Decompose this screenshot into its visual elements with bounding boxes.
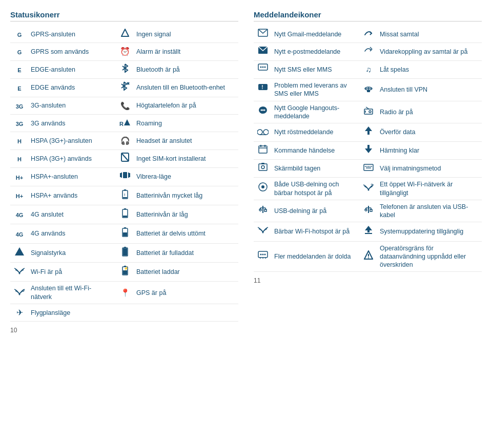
- status-icon2-14: 📍: [116, 282, 134, 304]
- msg-label-2: Nytt SMS eller MMS: [272, 60, 359, 78]
- status-icon-5: 3G: [10, 114, 29, 132]
- svg-point-34: [19, 293, 20, 295]
- table-row: Nytt Google Hangouts-meddelande Radio är…: [254, 101, 482, 123]
- svg-rect-16: [124, 189, 126, 190]
- status-label-11: 4G används: [29, 224, 116, 243]
- svg-rect-95: [370, 209, 372, 211]
- msg-icon2-8: ?: [359, 178, 378, 200]
- svg-rect-64: [259, 146, 267, 153]
- msg-label-3: Problem med leverans av SMS eller MMS: [272, 79, 359, 101]
- status-label-8: HSPA+-ansluten: [29, 168, 116, 186]
- svg-text:!: !: [124, 193, 125, 197]
- svg-rect-24: [123, 232, 127, 236]
- message-icons-table: Nytt Gmail-meddelande Missat samtal Nytt…: [254, 26, 482, 272]
- table-row: Både USB-delning och bärbar hotspot är p…: [254, 178, 482, 200]
- status-icon-4: 3G: [10, 97, 29, 114]
- msg-icon-10: [254, 222, 272, 241]
- svg-text:⚡: ⚡: [124, 266, 128, 271]
- table-row: Nytt e-postmeddelande Vidarekoppling av …: [254, 43, 482, 60]
- svg-point-103: [264, 254, 266, 255]
- status-icon2-12: [116, 243, 134, 262]
- msg-label2-2: Låt spelas: [378, 60, 482, 78]
- page: Statusikonerr G GPRS-ansluten Ingen sign…: [10, 10, 482, 334]
- msg-label2-7: Välj inmatningsmetod: [378, 159, 482, 177]
- msg-icon2-4: [359, 101, 378, 123]
- table-row: E EDGE används Ansluten till en Bluetoot…: [10, 79, 238, 97]
- svg-rect-21: [123, 216, 127, 217]
- table-row: H+ HSPA+-ansluten Vibrera-läge: [10, 168, 238, 186]
- svg-point-54: [264, 109, 265, 111]
- msg-icon-7: [254, 159, 272, 177]
- status-icon-14: ?: [10, 282, 29, 304]
- msg-label2-0: Missat samtal: [378, 26, 482, 43]
- svg-point-41: [260, 66, 262, 68]
- status-icon2-7: [116, 150, 134, 167]
- msg-icon-0: [254, 26, 272, 43]
- message-icons-title: Meddelandeikoner: [254, 10, 482, 22]
- status-label-10: 4G anslutet: [29, 205, 116, 224]
- status-label2-0: Ingen signal: [134, 26, 238, 43]
- table-row: H HSPA (3G+)-ansluten 🎧 Headset är anslu…: [10, 132, 238, 150]
- status-icon-15: ✈: [10, 304, 29, 321]
- table-row: H+ HSPA+ används ! Batterinivån mycket l…: [10, 186, 238, 205]
- msg-icon2-5: [359, 123, 378, 141]
- svg-point-60: [263, 130, 269, 135]
- msg-icon2-10: [359, 222, 378, 241]
- msg-icon2-2: ♫: [359, 60, 378, 78]
- svg-rect-49: [367, 90, 370, 92]
- status-label2-7: Inget SIM-kort installerat: [134, 150, 238, 167]
- svg-text:?: ?: [371, 183, 373, 187]
- svg-rect-28: [123, 248, 127, 255]
- status-icon2-8: [116, 168, 134, 186]
- table-row: ? Ansluten till ett Wi-Fi-nätverk 📍 GPS …: [10, 282, 238, 304]
- svg-point-81: [261, 185, 264, 188]
- svg-rect-27: [124, 247, 126, 248]
- msg-icon2-11: [359, 241, 378, 272]
- table-row: Wi-Fi är på ⚡ Batteriet laddar: [10, 263, 238, 282]
- svg-marker-7: [124, 119, 130, 125]
- status-label2-11: Batteriet är delvis uttömt: [134, 224, 238, 243]
- status-label-6: HSPA (3G+)-ansluten: [29, 132, 116, 150]
- table-row: Bärbar Wi-Fi-hotspot är på Systemuppdate…: [254, 222, 482, 241]
- status-icon-12: [10, 243, 29, 262]
- msg-label-10: Bärbar Wi-Fi-hotspot är på: [272, 222, 359, 241]
- status-label-13: Wi-Fi är på: [29, 263, 116, 282]
- status-icon-2: E: [10, 60, 29, 78]
- status-icon-1: G: [10, 43, 29, 60]
- status-label-3: EDGE används: [29, 79, 116, 97]
- svg-line-9: [121, 153, 129, 161]
- table-row: Nytt Gmail-meddelande Missat samtal: [254, 26, 482, 43]
- status-label-7: HSPA (3G+) används: [29, 150, 116, 167]
- svg-marker-97: [365, 226, 372, 230]
- svg-marker-68: [365, 148, 372, 153]
- message-icons-section: Meddelandeikoner Nytt Gmail-meddelande M…: [254, 10, 482, 334]
- status-icon2-5: R: [116, 114, 134, 132]
- status-label-2: EDGE-ansluten: [29, 60, 116, 78]
- status-label2-6: Headset är anslutet: [134, 132, 238, 150]
- status-icon-8: H+: [10, 168, 29, 186]
- msg-label-11: Fler meddelanden är dolda: [272, 241, 359, 272]
- svg-point-42: [262, 66, 264, 68]
- status-icon2-2: [116, 60, 134, 78]
- table-row: 4G 4G används Batteriet är delvis uttömt: [10, 224, 238, 243]
- status-label-5: 3G används: [29, 114, 116, 132]
- status-label2-12: Batteriet är fulladdat: [134, 243, 238, 262]
- table-row: G GPRS-ansluten Ingen signal: [10, 26, 238, 43]
- status-label-1: GPRS som används: [29, 43, 116, 60]
- status-icons-section: Statusikonerr G GPRS-ansluten Ingen sign…: [10, 10, 238, 334]
- svg-rect-89: [264, 209, 266, 211]
- msg-icon-9: [254, 200, 272, 222]
- status-label2-2: Bluetooth är på: [134, 60, 238, 78]
- status-label2-3: Ansluten till en Bluetooth-enhet: [134, 79, 238, 97]
- msg-label2-10: Systemuppdatering tillgänglig: [378, 222, 482, 241]
- msg-icon-8: [254, 178, 272, 200]
- status-icon-9: H+: [10, 186, 29, 205]
- status-icon-13: [10, 263, 29, 282]
- msg-label-1: Nytt e-postmeddelande: [272, 43, 359, 60]
- msg-icon2-3: [359, 79, 378, 101]
- table-row: Skärmbild tagen Välj inmatningsmetod: [254, 159, 482, 177]
- msg-label-5: Nytt röstmeddelande: [272, 123, 359, 141]
- status-icon2-9: !: [116, 186, 134, 205]
- status-icon2-4: 📞: [116, 97, 134, 114]
- right-page-number: 11: [254, 277, 482, 284]
